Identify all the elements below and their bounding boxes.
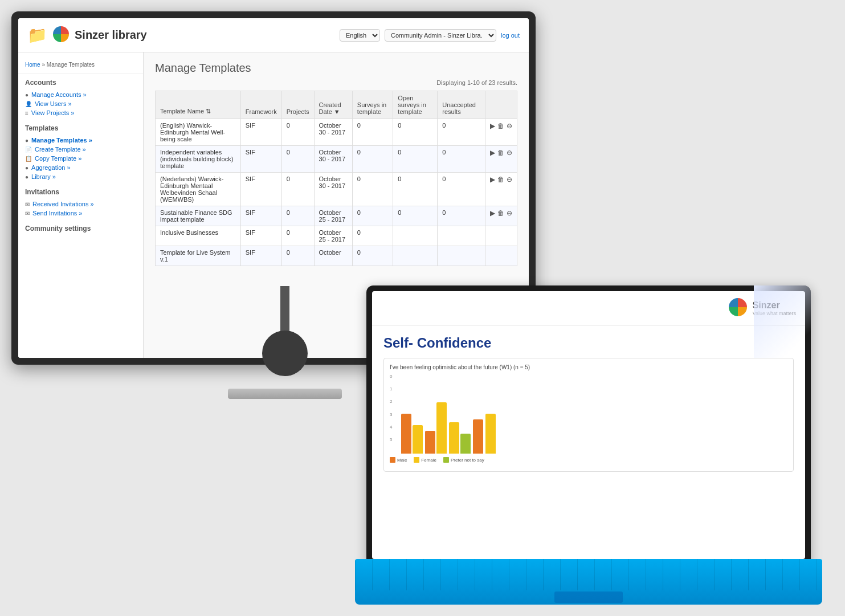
doc-icon: 📄 [25, 146, 32, 153]
play-icon[interactable]: ▶ [490, 122, 495, 130]
open-surveys-cell: 0 [393, 146, 438, 173]
delete-icon[interactable]: 🗑 [497, 209, 504, 217]
list-icon: ≡ [25, 110, 28, 116]
laptop-keyboard [355, 559, 822, 605]
bar-orange [473, 419, 483, 454]
logout-link[interactable]: log out [501, 32, 520, 39]
col-surveys: Surveys in template [352, 91, 393, 119]
breadcrumb-home[interactable]: Home [25, 62, 40, 68]
delete-icon[interactable]: 🗑 [497, 149, 504, 157]
bar-yellow [413, 425, 423, 454]
sinzer-wheel-icon [728, 297, 748, 320]
legend-female-dot [414, 457, 419, 463]
col-actions [485, 91, 517, 119]
created-cell: October [314, 246, 352, 266]
sidebar-item-copy-template[interactable]: 📋 Copy Template » [25, 154, 136, 163]
unaccepted-cell [438, 246, 485, 266]
chart-title: I've been feeling optimistic about the f… [390, 364, 787, 370]
projects-cell: 0 [281, 173, 314, 206]
col-created-date[interactable]: Created Date ▼ [314, 91, 352, 119]
results-info: Displaying 1-10 of 23 results. [155, 79, 517, 86]
bar-green [460, 434, 471, 454]
col-projects[interactable]: Projects [281, 91, 314, 119]
projects-cell: 0 [281, 246, 314, 266]
projects-cell: 0 [281, 119, 314, 146]
delete-icon[interactable]: 🗑 [497, 176, 504, 183]
col-framework[interactable]: Framework [240, 91, 281, 119]
col-unaccepted: Unaccepted results [438, 91, 485, 119]
chart-legend: Male Female Prefer not to say [390, 457, 787, 463]
unaccepted-cell: 0 [438, 119, 485, 146]
remove-icon[interactable]: ⊖ [507, 209, 512, 217]
bar-yellow [449, 422, 459, 454]
play-icon[interactable]: ▶ [490, 149, 495, 157]
sidebar-item-send-invitations[interactable]: ✉ Send Invitations » [25, 209, 136, 218]
app-title: Sinzer library [75, 28, 147, 42]
delete-icon[interactable]: 🗑 [497, 122, 504, 130]
invitations-title: Invitations [25, 188, 136, 196]
mail-icon-2: ✉ [25, 210, 30, 217]
user-select[interactable]: Community Admin - Sinzer Libra. [385, 29, 496, 42]
laptop-screen-area: Sinzer Value what matters Self- Confiden… [366, 285, 811, 565]
sidebar-item-aggregation[interactable]: ● Aggregation » [25, 163, 136, 172]
manage-accounts-label: Manage Accounts » [31, 91, 87, 98]
framework-cell: SIF [240, 206, 281, 226]
template-name-cell: Sustainable Finance SDG impact template [156, 206, 241, 226]
touchpad [554, 591, 623, 603]
remove-icon[interactable]: ⊖ [507, 122, 512, 130]
framework-cell: SIF [240, 226, 281, 246]
monitor-neck [280, 286, 289, 332]
legend-female: Female [414, 457, 436, 463]
mail-icon: ✉ [25, 201, 30, 207]
keyboard-keys [355, 559, 822, 590]
sidebar-item-view-projects[interactable]: ≡ View Projects » [25, 108, 136, 117]
surveys-cell: 0 [352, 173, 393, 206]
monitor-base [228, 389, 342, 399]
projects-cell: 0 [281, 206, 314, 226]
table-row: Independent variables (individuals build… [156, 146, 517, 173]
header-right: English Community Admin - Sinzer Libra. … [340, 29, 520, 42]
framework-cell: SIF [240, 246, 281, 266]
actions-cell: ▶ 🗑 ⊖ [485, 146, 517, 173]
surveys-cell: 0 [352, 226, 393, 246]
created-cell: October 25 - 2017 [314, 206, 352, 226]
chart-y-axis: 543210 [390, 374, 401, 442]
sidebar-item-manage-templates[interactable]: ● Manage Templates » [25, 136, 136, 145]
language-select[interactable]: English [340, 29, 380, 42]
col-open-surveys: Open surveys in template [393, 91, 438, 119]
bar-group-4 [473, 419, 483, 454]
framework-cell: SIF [240, 173, 281, 206]
remove-icon[interactable]: ⊖ [507, 149, 512, 157]
framework-cell: SIF [240, 119, 281, 146]
actions-cell [485, 226, 517, 246]
sidebar-item-view-users[interactable]: 👤 View Users » [25, 99, 136, 108]
legend-prefer-not-label: Prefer not to say [451, 458, 484, 463]
sidebar-invitations-section: Invitations ✉ Received Invitations » ✉ S… [18, 188, 143, 218]
sidebar-community-section: Community settings [18, 225, 143, 232]
play-icon[interactable]: ▶ [490, 209, 495, 217]
create-template-label: Create Template » [35, 146, 86, 153]
templates-table: Template Name ⇅ Framework Projects Creat… [155, 91, 517, 266]
bar-group-1 [401, 414, 423, 454]
laptop: Sinzer Value what matters Self- Confiden… [366, 285, 834, 605]
actions-cell [485, 246, 517, 266]
sidebar-item-create-template[interactable]: 📄 Create Template » [25, 145, 136, 154]
sidebar-item-manage-accounts[interactable]: ● Manage Accounts » [25, 90, 136, 99]
actions-cell: ▶ 🗑 ⊖ [485, 206, 517, 226]
created-cell: October 30 - 2017 [314, 146, 352, 173]
open-surveys-cell [393, 246, 438, 266]
legend-male-dot [390, 457, 395, 463]
template-name-cell: Independent variables (individuals build… [156, 146, 241, 173]
remove-icon[interactable]: ⊖ [507, 176, 512, 183]
table-row: Inclusive Businesses SIF 0 October 25 - … [156, 226, 517, 246]
send-invitations-label: Send Invitations » [32, 210, 82, 217]
circle-icon-3: ● [25, 165, 28, 171]
play-icon[interactable]: ▶ [490, 176, 495, 183]
laptop-main: Self- Confidence I've been feeling optim… [372, 326, 805, 559]
col-template-name[interactable]: Template Name ⇅ [156, 91, 241, 119]
sidebar-item-library[interactable]: ● Library » [25, 172, 136, 181]
sidebar-item-received-invitations[interactable]: ✉ Received Invitations » [25, 199, 136, 209]
bar-group-2 [425, 402, 447, 454]
legend-female-label: Female [421, 458, 436, 463]
breadcrumb-current: Manage Templates [47, 62, 95, 68]
